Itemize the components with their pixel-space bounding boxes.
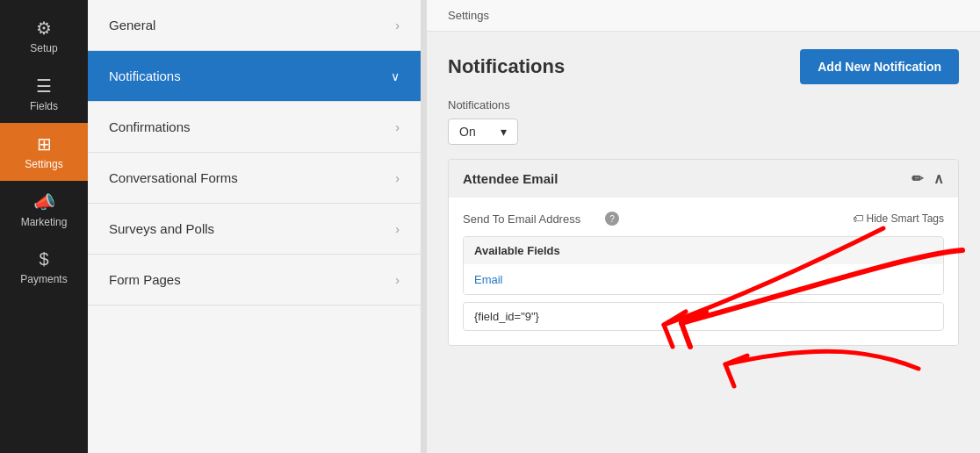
hide-smart-tags-label: Hide Smart Tags (867, 212, 944, 225)
sidebar-item-conversational-forms-label: Conversational Forms (109, 170, 238, 185)
nav-item-payments-label: Payments (20, 273, 67, 285)
email-link[interactable]: Email (474, 273, 503, 286)
help-icon[interactable]: ? (605, 212, 619, 226)
main-wrapper: Settings Notifications Add New Notificat… (427, 0, 980, 453)
sidebar-item-general-label: General (109, 18, 155, 32)
chevron-down-icon: ▾ (501, 125, 507, 139)
nav-item-marketing-label: Marketing (21, 216, 68, 228)
notifications-title-row: Notifications Add New Notification (448, 49, 959, 84)
nav-item-settings-label: Settings (25, 158, 62, 170)
field-value-box: {field_id="9"} (463, 302, 944, 331)
card-header-actions: ✏ ∧ (912, 170, 944, 187)
card-title: Attendee Email (463, 171, 558, 186)
sidebar-item-notifications[interactable]: Notifications ∨ (88, 51, 421, 102)
edit-icon[interactable]: ✏ (912, 170, 923, 187)
settings-breadcrumb: Settings (448, 9, 489, 22)
notifications-toggle[interactable]: On ▾ (448, 119, 518, 145)
sidebar-item-confirmations-label: Confirmations (109, 119, 191, 134)
fields-icon: ☰ (36, 76, 52, 97)
sidebar-item-surveys-polls-label: Surveys and Polls (109, 221, 214, 236)
toggle-value: On (459, 125, 476, 139)
nav-item-setup-label: Setup (30, 42, 57, 54)
second-sidebar: General › Notifications ∨ Confirmations … (88, 0, 422, 453)
chevron-form-pages-icon: › (395, 273, 400, 287)
tag-icon: 🏷 (853, 212, 863, 225)
sidebar-item-notifications-label: Notifications (109, 68, 181, 83)
chevron-conversational-forms-icon: › (395, 171, 400, 185)
setup-icon: ⚙ (36, 18, 52, 39)
sidebar-item-form-pages-label: Form Pages (109, 272, 181, 287)
notifications-field-label: Notifications (448, 98, 959, 111)
marketing-icon: 📣 (33, 191, 55, 212)
payments-icon: $ (39, 249, 48, 270)
far-left-nav: ⚙ Setup ☰ Fields ⊞ Settings 📣 Marketing … (0, 0, 88, 453)
available-fields-box: Available Fields Email (463, 236, 944, 295)
sidebar-item-conversational-forms[interactable]: Conversational Forms › (88, 153, 421, 204)
sidebar-item-confirmations[interactable]: Confirmations › (88, 102, 421, 153)
send-to-field-row: Send To Email Address ? 🏷 Hide Smart Tag… (463, 212, 944, 226)
sidebar-item-general[interactable]: General › (88, 0, 421, 51)
notifications-title: Notifications (448, 55, 565, 78)
nav-item-setup[interactable]: ⚙ Setup (0, 7, 88, 65)
card-body: Send To Email Address ? 🏷 Hide Smart Tag… (449, 198, 958, 345)
settings-header: Settings (427, 0, 980, 32)
nav-item-fields-label: Fields (30, 100, 58, 112)
nav-item-settings[interactable]: ⊞ Settings (0, 123, 88, 181)
available-fields-header: Available Fields (464, 237, 943, 264)
chevron-notifications-icon: ∨ (391, 69, 400, 83)
nav-item-marketing[interactable]: 📣 Marketing (0, 181, 88, 239)
hide-smart-tags-button[interactable]: 🏷 Hide Smart Tags (853, 212, 944, 225)
chevron-surveys-polls-icon: › (395, 222, 400, 236)
chevron-confirmations-icon: › (395, 120, 400, 134)
nav-item-fields[interactable]: ☰ Fields (0, 65, 88, 123)
notifications-area: Notifications Add New Notification Notif… (427, 32, 980, 363)
settings-icon: ⊞ (37, 133, 52, 155)
attendee-email-card: Attendee Email ✏ ∧ Send To Email Address… (448, 159, 959, 346)
card-header: Attendee Email ✏ ∧ (449, 160, 958, 198)
collapse-icon[interactable]: ∧ (933, 170, 944, 187)
add-notification-button[interactable]: Add New Notification (800, 49, 959, 84)
nav-item-payments[interactable]: $ Payments (0, 239, 88, 296)
sidebar-item-form-pages[interactable]: Form Pages › (88, 255, 421, 306)
sidebar-item-surveys-polls[interactable]: Surveys and Polls › (88, 204, 421, 255)
available-fields-body: Email (464, 264, 943, 294)
send-to-label: Send To Email Address (463, 212, 594, 226)
chevron-general-icon: › (395, 18, 400, 32)
